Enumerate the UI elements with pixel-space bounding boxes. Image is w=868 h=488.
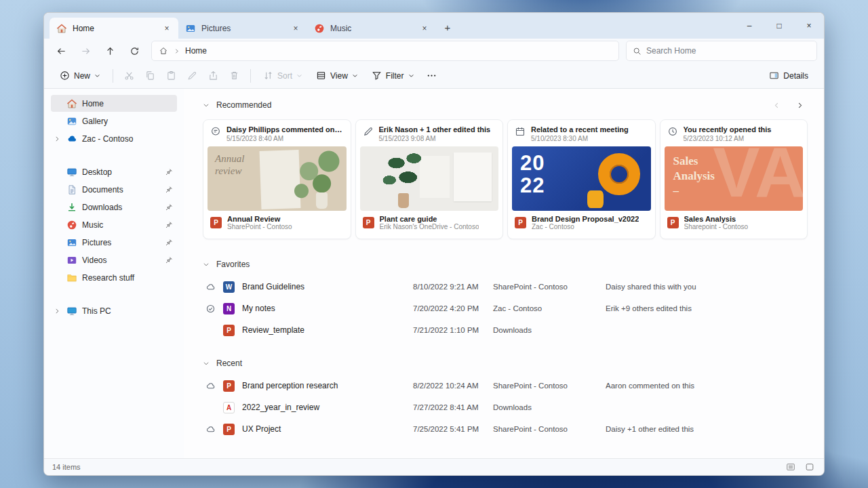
carousel-right-icon[interactable] (791, 98, 808, 113)
delete-button[interactable] (224, 66, 244, 85)
card-file-location: Zac - Contoso (532, 223, 639, 230)
file-row[interactable]: W Brand Guidelines 8/10/2022 9:21 AM Sha… (203, 276, 808, 298)
minimize-button[interactable]: – (734, 13, 764, 38)
powerpoint-icon: P (223, 380, 235, 392)
music-icon (66, 220, 77, 230)
sidebar-item-home[interactable]: Home (51, 95, 177, 112)
onedrive-icon (66, 134, 77, 144)
sidebar-item-research-stuff[interactable]: Research stuff (51, 269, 177, 286)
pictures-icon (66, 237, 77, 248)
downloads-icon (66, 202, 77, 213)
chevron-right-icon[interactable] (54, 136, 62, 142)
new-icon (60, 70, 70, 81)
sidebar-item-music[interactable]: Music (51, 216, 177, 233)
sidebar-item-this-pc[interactable]: This PC (51, 302, 177, 319)
file-row[interactable]: A 2022_year_in_review 7/27/2022 8:41 AM … (203, 396, 808, 418)
chevron-right-icon[interactable] (54, 308, 62, 314)
recent-list: P Brand perception research 8/2/2022 10:… (203, 375, 808, 440)
recommended-card[interactable]: Erik Nason + 1 other edited this 5/15/20… (355, 119, 504, 239)
file-location: Zac - Contoso (493, 304, 606, 312)
sort-button[interactable]: Sort (257, 66, 309, 85)
file-thumbnail (360, 146, 499, 211)
tab-label: Home (73, 24, 154, 33)
sidebar-item-videos[interactable]: Videos (51, 251, 177, 268)
recommended-card[interactable]: You recently opened this 5/23/2023 10:12… (660, 119, 808, 239)
thumbnail-text: – (673, 184, 715, 199)
section-recent-header[interactable]: Recent (203, 356, 808, 371)
file-date: 7/21/2022 1:10 PM (413, 326, 493, 334)
sidebar-item-documents[interactable]: Documents (51, 181, 177, 198)
details-pane-button[interactable]: Details (763, 66, 814, 85)
file-activity: Daisy +1 other edited this (606, 425, 805, 433)
sidebar-item-onedrive[interactable]: Zac - Contoso (51, 130, 177, 147)
tab-pictures[interactable]: Pictures × (178, 18, 307, 39)
details-view-icon[interactable] (783, 461, 798, 474)
chevron-down-icon (296, 73, 302, 79)
paste-button[interactable] (161, 66, 181, 85)
tab-music[interactable]: Music × (307, 18, 436, 39)
powerpoint-icon: P (223, 424, 235, 435)
share-button[interactable] (203, 66, 223, 85)
breadcrumb[interactable]: Home (151, 41, 619, 61)
file-name: Brand perception research (242, 381, 413, 390)
powerpoint-icon: P (515, 217, 526, 228)
filter-button[interactable]: Filter (366, 66, 420, 85)
more-button[interactable] (422, 66, 441, 85)
this-pc-icon (66, 306, 77, 317)
cut-button[interactable] (119, 66, 139, 85)
close-tab-icon[interactable]: × (417, 21, 432, 36)
close-tab-icon[interactable]: × (159, 21, 174, 36)
copy-button[interactable] (140, 66, 160, 85)
search-box[interactable] (626, 41, 817, 61)
tab-label: Pictures (201, 24, 283, 33)
pictures-icon (185, 23, 196, 34)
section-favorites-header[interactable]: Favorites (203, 257, 808, 272)
pin-icon (165, 203, 173, 211)
file-name: 2022_year_in_review (242, 403, 413, 412)
card-activity: Related to a recent meeting (531, 125, 629, 134)
sidebar-item-desktop[interactable]: Desktop (51, 163, 177, 180)
new-button[interactable]: New (54, 66, 106, 85)
recommended-card[interactable]: Daisy Phillipps commented on… 5/15/2023 … (203, 119, 351, 239)
card-file-name: Plant care guide (380, 215, 479, 223)
home-icon (159, 46, 168, 56)
tab-home[interactable]: Home × (50, 18, 178, 39)
card-activity: Erik Nason + 1 other edited this (379, 125, 491, 134)
file-row[interactable]: P Brand perception research 8/2/2022 10:… (203, 375, 808, 396)
powerpoint-icon: P (667, 217, 679, 228)
file-location: SharePoint - Contoso (493, 382, 606, 390)
breadcrumb-location: Home (185, 46, 207, 56)
sidebar-item-downloads[interactable]: Downloads (51, 199, 177, 216)
recommended-card[interactable]: Related to a recent meeting 5/10/2023 8:… (507, 119, 656, 239)
onenote-icon: N (223, 303, 235, 314)
sync-icon (205, 304, 223, 314)
toolbar-divider (250, 69, 251, 83)
pin-icon (165, 221, 173, 229)
up-button[interactable] (98, 41, 121, 61)
new-tab-button[interactable]: + (439, 18, 456, 36)
gallery-icon (66, 116, 77, 127)
large-icons-view-icon[interactable] (802, 461, 817, 474)
section-recommended-header[interactable]: Recommended (203, 98, 808, 113)
file-activity: Daisy shared this with you (606, 283, 805, 291)
refresh-button[interactable] (123, 41, 146, 61)
search-input[interactable] (646, 46, 810, 56)
back-button[interactable] (50, 41, 73, 61)
close-window-button[interactable]: × (794, 13, 824, 38)
file-row[interactable]: P UX Project 7/25/2022 5:41 PM SharePoin… (203, 418, 808, 440)
file-location: Downloads (493, 403, 606, 411)
folder-icon (66, 272, 77, 283)
view-button[interactable]: View (310, 66, 364, 85)
maximize-button[interactable]: □ (764, 13, 794, 38)
close-tab-icon[interactable]: × (288, 21, 303, 36)
sidebar-item-gallery[interactable]: Gallery (51, 113, 177, 129)
file-name: Review_template (242, 325, 413, 335)
sidebar-item-pictures[interactable]: Pictures (51, 234, 177, 251)
file-row[interactable]: P Review_template 7/21/2022 1:10 PM Down… (203, 319, 808, 341)
carousel-left-icon[interactable] (768, 98, 785, 113)
forward-button[interactable] (74, 41, 97, 61)
sidebar-item-label: This PC (82, 306, 173, 316)
file-name: Brand Guidelines (242, 282, 413, 291)
rename-button[interactable] (182, 66, 202, 85)
file-row[interactable]: N My notes 7/20/2022 4:20 PM Zac - Conto… (203, 298, 808, 319)
